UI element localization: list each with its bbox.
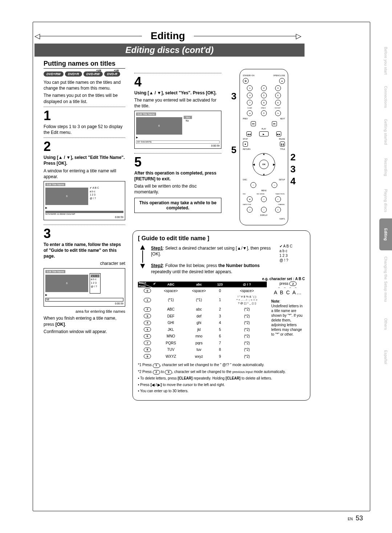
page-number: EN53 xyxy=(348,514,363,522)
bullet-delete: • To delete letters, press [CLEAR] repea… xyxy=(138,376,305,381)
table-row: 9WXYZwxyz9(*2) xyxy=(138,353,267,360)
step-2-instruction: Using [▲ / ▼], select "Edit Title Name".… xyxy=(44,155,125,166)
side-tab[interactable]: Changing theSetup menu xyxy=(379,251,392,307)
callout-2: 2 xyxy=(290,152,295,163)
side-tab[interactable]: Connections xyxy=(379,81,392,113)
disc-badges: DVD+RW DVD+R DVD-RW+VR DVD-R+VR xyxy=(44,71,125,77)
step-4-text: The name you entered will be activated f… xyxy=(134,97,221,109)
step-number-1: 1 xyxy=(44,109,125,122)
step-number-3: 3 xyxy=(44,227,125,240)
side-tab[interactable]: Recording xyxy=(379,151,392,183)
chapter-banner: ◁ Editing ▷ xyxy=(34,27,301,45)
charset-label: character set xyxy=(44,261,125,266)
section-bar: Editing discs (cont'd) xyxy=(34,44,305,57)
charset-options: ✔ A B C a b c 1 2 3 @ ! ? xyxy=(279,244,305,263)
remote-diagram: STANDBY-ONOPEN/CLOSE ⏻▲ 123 456 789 CLEA… xyxy=(240,69,288,225)
callout-4: 4 xyxy=(290,176,295,187)
intro-text: You can put title names on the titles an… xyxy=(44,79,125,91)
side-tab[interactable]: Español xyxy=(379,341,392,373)
bullet-cursor: • Press [◀ / ▶] to move the cursor to th… xyxy=(138,382,305,388)
side-tab[interactable]: Editing xyxy=(379,218,392,250)
step-3-finish: When you finish entering a title name, p… xyxy=(44,315,125,327)
area-label: area for entering title names xyxy=(44,309,125,314)
side-tab[interactable]: Before you start xyxy=(379,42,392,80)
table-row: 5JKLjkl5(*2) xyxy=(138,326,267,333)
footnote-1: *1 Press 1, character set will be change… xyxy=(138,362,305,368)
table-row: 0<space><space>0<space> xyxy=(138,287,267,294)
step-number-2: 2 xyxy=(44,140,125,153)
warning-box: This operation may take a while to be co… xyxy=(134,198,221,213)
step-3-confirm: Confirmation window will appear. xyxy=(44,329,125,335)
left-column: Putting names on titles DVD+RW DVD+R DVD… xyxy=(44,60,125,336)
intro-text: The names you put on the titles will be … xyxy=(44,93,125,104)
table-row: 3DEFdef3(*2) xyxy=(138,313,267,320)
remote-dpad: ▲ ▼ ◀ ▶ OK xyxy=(251,152,277,177)
mid-column: 4 Using [▲ / ▼], select "Yes". Press [OK… xyxy=(134,71,221,213)
callout-3b: 3 xyxy=(290,164,295,175)
table-row: 2ABCabc2(*2) xyxy=(138,306,267,313)
side-tabs: Before you startConnectionsGetting start… xyxy=(379,42,392,374)
step-number-5: 5 xyxy=(134,156,221,169)
step-3-instruction: To enter a title name, follow the steps … xyxy=(44,242,125,259)
section-heading: Putting names on titles xyxy=(44,60,125,69)
disc-badge: DVD-R+VR xyxy=(104,71,121,77)
character-map-table: Select ✔ Press ABCabc123@ ! ? 0<space><s… xyxy=(138,282,267,360)
callout-5: 5 xyxy=(231,144,236,156)
guide-box: [ Guide to edit title name ] ▲ ▼ Step1: … xyxy=(132,230,310,401)
osd-screenshot-3: Edit Title Name 6 Yes No ▶ MY FAVORITE 0… xyxy=(134,111,221,149)
chapter-title: Editing xyxy=(142,30,194,42)
disc-badge: DVD+RW xyxy=(44,71,64,77)
disc-badge: DVD-RW+VR xyxy=(83,71,103,77)
guide-note: Note:Undefined letters in a title name a… xyxy=(271,299,305,337)
step-5-instruction: After this operation is completed, press… xyxy=(134,170,221,182)
down-arrow-icon: ▼ xyxy=(138,263,147,269)
example-label: e.g. character set : A B C xyxy=(138,277,305,281)
guide-title: [ Guide to edit title name ] xyxy=(138,235,305,242)
up-arrow-icon: ▲ xyxy=(138,244,147,250)
guide-step1: Step1: Select a desired character set us… xyxy=(151,245,276,257)
table-row: 6MNOmno6(*2) xyxy=(138,333,267,340)
disc-badge: DVD+R xyxy=(65,71,82,77)
guide-step2: Step2: Follow the list below, press the … xyxy=(151,263,276,274)
step-4-instruction: Using [▲ / ▼], select "Yes". Press [OK]. xyxy=(134,90,221,96)
press-example: press 2 ⌢ ⌢ ⌢ ⌢ A B C A… xyxy=(271,282,305,296)
side-tab[interactable]: Others xyxy=(379,308,392,340)
table-row: 8TUVtuv8(*2) xyxy=(138,346,267,353)
bullet-limit: • You can enter up to 30 letters. xyxy=(138,389,305,394)
side-tab[interactable]: Playing discs xyxy=(379,184,392,217)
step-1-text: Follow steps 1 to 3 on page 52 to displa… xyxy=(44,124,125,135)
osd-screenshot-1: Edit Title Name 6 ✔ A B C a b c 1 2 3 @ … xyxy=(44,181,125,220)
step-5-text: Data will be written onto the disc momen… xyxy=(134,183,221,195)
table-row: 1(*1)(*1)1! " # $ % & ' ( ) * + , - . / … xyxy=(138,294,267,306)
step-number-4: 4 xyxy=(134,75,221,89)
table-row: 4GHIghi4(*2) xyxy=(138,319,267,326)
footnote-2: *2 Press 2 to 9, character set will be c… xyxy=(138,369,305,374)
table-row: 7PQRSpqrs7(*2) xyxy=(138,340,267,347)
step-2-text: A window for entering a title name will … xyxy=(44,168,125,180)
side-tab[interactable]: Getting started xyxy=(379,114,392,150)
callout-3: 3 xyxy=(231,91,236,102)
osd-screenshot-2: Edit Title Name 6 ✔A B C a b c 1 2 3 @ !… xyxy=(44,268,125,307)
